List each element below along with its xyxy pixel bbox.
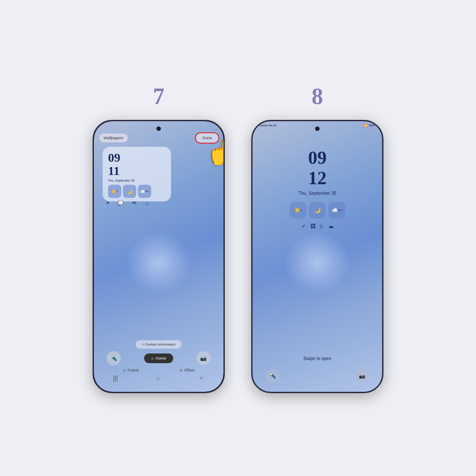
lock-app-4: ☁ (328, 223, 334, 229)
wallpapers-button[interactable]: Wallpapers (99, 134, 128, 142)
contact-info-button[interactable]: + Contact information (136, 340, 182, 349)
app-shortcuts: ✕ 💬 ✉ □ (103, 198, 152, 208)
status-indicators: 📶 89% (364, 124, 375, 127)
phone7-bottom-bar: + Contact information 🔦 ⌂ Home 📷 (94, 340, 223, 365)
effect-bar: ◇ Frame ⊙ Effect (94, 368, 223, 372)
bottom-icons-row: 🔦 ⌂ Home 📷 (107, 351, 210, 365)
app-icon-4: □ (142, 198, 152, 208)
lock-app-3: ▷ (320, 223, 324, 229)
status-carrier: ervice No SI (260, 124, 276, 127)
phone7-screen: Wallpapers Done 09 11 Thu, September 26 (94, 121, 223, 392)
app-icon-3: ✉ (129, 198, 139, 208)
app-icon-2: 💬 (116, 198, 126, 208)
flashlight-icon[interactable]: 🔦 (107, 351, 121, 365)
power-button (223, 192, 225, 209)
wallpaper-glow-8 (284, 232, 350, 294)
app-icon-1: ✕ (103, 198, 112, 208)
widget-moon-icon: 🌙 (123, 185, 136, 198)
camera-notch (156, 126, 161, 131)
lock-time: 09 12 (308, 148, 327, 188)
effect-icon: ⊙ (179, 368, 183, 372)
lock-sun-widget: ☀️ 2 (290, 202, 306, 219)
widget-sun-icon: ☀️ 2 (108, 185, 121, 198)
frame-icon: ◇ (123, 368, 126, 372)
lock-date: Thu, September 26 (298, 191, 336, 196)
frame-option[interactable]: ◇ Frame (123, 368, 139, 372)
camera-quick-icon[interactable]: 📷 (197, 351, 211, 365)
battery-indicator: 89% (369, 124, 375, 127)
lock-screen-content: 09 12 Thu, September 26 ☀️ 2 🌙 ☁️ 24° (253, 148, 382, 229)
main-container: 7 Wallpapers Done (0, 0, 476, 476)
lock-app-1: ✓ (301, 223, 306, 229)
phone8: ervice No SI 📶 89% 09 12 Thu, September … (251, 120, 383, 393)
phone7-top-bar: Wallpapers Done (99, 134, 218, 142)
power-button-8 (382, 192, 383, 209)
widget-date: Thu, September 26 (108, 179, 166, 182)
nav-recent[interactable]: ||| (113, 375, 118, 382)
lock-app-shortcuts: ✓ 🖼 ▷ ☁ (301, 223, 334, 229)
lock-widgets: ☀️ 2 🌙 ☁️ 24° (290, 202, 345, 219)
effect-option[interactable]: ⊙ Effect (179, 368, 195, 372)
phone8-screen: ervice No SI 📶 89% 09 12 Thu, September … (253, 121, 382, 392)
swipe-to-open: Swipe to open (253, 356, 382, 361)
wifi-icon: 📶 (364, 124, 368, 127)
camera-button-8[interactable]: 📷 (355, 369, 369, 383)
status-bar: ervice No SI 📶 89% (253, 124, 382, 127)
phone7: Wallpapers Done 09 11 Thu, September 26 (93, 120, 225, 393)
step8-wrapper: 8 ervice No SI 📶 89% (251, 83, 383, 393)
lock-cloud-widget: ☁️ 24° (328, 202, 345, 219)
nav-home[interactable]: ○ (156, 375, 160, 382)
nav-back[interactable]: ＜ (198, 374, 205, 382)
lock-app-2: 🖼 (310, 223, 316, 229)
nav-bar: ||| ○ ＜ (94, 374, 223, 382)
lock-moon-widget: 🌙 (309, 202, 326, 219)
step7-number: 7 (153, 83, 164, 109)
hand-cursor-icon: 👆 (206, 140, 225, 164)
step8-number: 8 (312, 83, 323, 109)
phone8-bottom-icons: 🔦 📷 (253, 369, 382, 383)
flashlight-button-8[interactable]: 🔦 (266, 369, 280, 383)
widget-hour: 09 11 (108, 151, 166, 178)
step7-wrapper: 7 Wallpapers Done (93, 83, 225, 393)
widget-cloud-icon: ☁️ 24° (138, 185, 151, 198)
home-button[interactable]: ⌂ Home (144, 353, 173, 363)
widget-card: 09 11 Thu, September 26 ☀️ 2 🌙 ☁️ 24° (103, 147, 171, 202)
widget-icons: ☀️ 2 🌙 ☁️ 24° (108, 185, 166, 198)
wallpaper-glow (126, 232, 192, 294)
